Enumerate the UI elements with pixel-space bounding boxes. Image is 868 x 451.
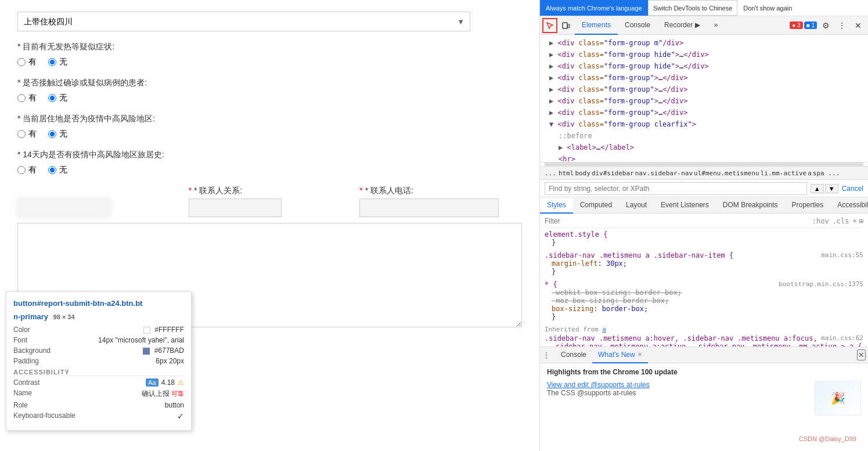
q4-radio-group: 有 无 — [17, 165, 522, 175]
filter-input[interactable] — [545, 217, 812, 225]
html-line-10[interactable]: ▶ <label>…</label> — [540, 142, 868, 153]
tab-properties[interactable]: Properties — [785, 197, 831, 214]
console-content-row: View and edit @supports at-rules The CSS… — [547, 381, 861, 416]
breadcrumb-ul[interactable]: ul#menu.metismenu — [694, 169, 759, 177]
q2-radio-you[interactable]: 有 — [17, 93, 37, 103]
q3-radio-wu[interactable]: 无 — [48, 129, 67, 139]
style-body-element: } — [545, 239, 863, 247]
dont-show-button[interactable]: Don't show again — [743, 5, 792, 12]
view-supports-link[interactable]: View and edit @supports at-rules — [547, 381, 650, 389]
switch-devtools-button[interactable]: Switch DevTools to Chinese — [648, 0, 737, 16]
device-toolbar-button[interactable] — [559, 18, 574, 33]
breadcrumb-a[interactable]: a — [808, 169, 812, 177]
q4-radio-wu[interactable]: 无 — [48, 165, 67, 175]
close-devtools-button[interactable]: ✕ — [851, 18, 866, 33]
breadcrumb-sidebar[interactable]: div#sidebar — [592, 169, 634, 177]
whats-new-close[interactable]: ✕ — [638, 351, 642, 358]
html-line-3[interactable]: ▶ <div class="form-group hide">…</div> — [540, 60, 868, 72]
tab-computed[interactable]: Computed — [573, 197, 619, 214]
q3-radio-you-input[interactable] — [17, 130, 26, 138]
contact-name-input[interactable] — [17, 199, 110, 217]
tab-dom-breakpoints[interactable]: DOM Breakpoints — [716, 197, 785, 214]
name-label: Name — [13, 389, 32, 399]
svg-rect-0 — [563, 23, 567, 28]
breadcrumb-span[interactable]: spa ... — [813, 169, 840, 177]
contact-rel-label: * * 联系人关系: — [189, 186, 351, 196]
bg-value: #677BAD — [143, 347, 184, 355]
cls-button[interactable]: .cls — [833, 217, 849, 225]
breadcrumb-body[interactable]: body — [575, 169, 590, 177]
find-prev-button[interactable]: ▲ — [811, 184, 824, 193]
q1-label: * 目前有无发热等疑似症状: — [17, 42, 522, 52]
html-line-5[interactable]: ▶ <div class="form-group">…</div> — [540, 84, 868, 95]
q4-radio-you-input[interactable] — [17, 166, 26, 174]
padding-value: 6px 20px — [156, 357, 184, 365]
tooltip-padding-row: Padding 6px 20px — [13, 357, 184, 365]
q3-row: * 当前居住地是否为疫情中高风险地区: 有 无 — [17, 114, 522, 139]
html-line-2[interactable]: ▶ <div class="form-group hide">…</div> — [540, 49, 868, 60]
tooltip-title: button#report-submit-btn-a24.btn.bt — [13, 299, 184, 308]
inherited-link[interactable]: a — [602, 326, 606, 333]
select-wrapper[interactable]: 上带住校四川 ▼ — [17, 12, 470, 31]
box-icon[interactable]: ⊞ — [859, 217, 863, 225]
q4-radio-you[interactable]: 有 — [17, 165, 37, 175]
element-picker-button[interactable] — [542, 18, 557, 33]
q1-radio-you[interactable]: 有 — [17, 57, 37, 67]
q4-radio-you-label: 有 — [28, 165, 37, 175]
find-input[interactable] — [545, 182, 807, 195]
contrast-label: Contrast — [13, 378, 39, 387]
tab-recorder[interactable]: Recorder ▶ — [657, 16, 707, 35]
console-panel-close[interactable]: ✕ — [857, 349, 866, 360]
html-line-6[interactable]: ▶ <div class="form-group">…</div> — [540, 95, 868, 107]
tab-styles[interactable]: Styles — [540, 197, 573, 214]
html-line-8[interactable]: ▼ <div class="form-group clearfix"> — [540, 118, 868, 130]
add-style-button[interactable]: + — [853, 217, 857, 225]
location-select[interactable]: 上带住校四川 — [17, 12, 470, 31]
hov-button[interactable]: :hov — [812, 217, 829, 225]
tab-accessibility[interactable]: Accessibility — [830, 197, 868, 214]
contact-tel-field: * * 联系人电话: — [359, 186, 522, 217]
q2-radio-wu-input[interactable] — [48, 94, 56, 102]
keyboard-check: ✓ — [177, 412, 184, 421]
padding-label: Padding — [13, 357, 39, 365]
more-options-button[interactable]: ⋮ — [834, 18, 849, 33]
q1-radio-wu-input[interactable] — [48, 58, 56, 66]
tab-event-listeners[interactable]: Event Listeners — [654, 197, 716, 214]
style-body-universal: -webkit-box-sizing: border-box; -moz-box… — [545, 288, 863, 321]
contact-tel-input[interactable] — [359, 199, 499, 217]
tab-more[interactable]: » — [707, 16, 725, 35]
html-line-11[interactable]: <hr> — [540, 153, 868, 163]
tooltip-name-row: Name 确认上报 可靠 — [13, 389, 184, 399]
q4-radio-wu-input[interactable] — [48, 166, 56, 174]
breadcrumb-li[interactable]: li.mm-active — [761, 169, 806, 177]
breadcrumb-nav[interactable]: nav.sidebar-nav — [635, 169, 693, 177]
html-line-9[interactable]: ::before — [540, 130, 868, 142]
breadcrumb-dots[interactable]: ... — [545, 169, 556, 177]
tooltip-keyboard-row: Keyboard-focusable ✓ — [13, 412, 184, 421]
tab-console-bottom[interactable]: Console — [555, 347, 592, 363]
tab-console[interactable]: Console — [618, 16, 657, 35]
contact-rel-input[interactable] — [189, 199, 282, 217]
q2-radio-wu[interactable]: 无 — [48, 93, 67, 103]
settings-button[interactable]: ⚙ — [818, 18, 833, 33]
match-lang-button[interactable]: Always match Chrome's language — [540, 0, 648, 16]
q2-radio-you-input[interactable] — [17, 94, 26, 102]
q3-radio-wu-input[interactable] — [48, 130, 56, 138]
q1-radio-you-input[interactable] — [17, 58, 26, 66]
q2-radio-you-label: 有 — [28, 93, 37, 103]
breadcrumb-html[interactable]: html — [559, 169, 574, 177]
right-icons: ● 3 ■ 1 ⚙ ⋮ ✕ — [790, 18, 866, 33]
style-selector-hover: .sidebar-nav .metismenu a:hover, .sideba… — [545, 334, 863, 342]
devtools-toolbar: Elements Console Recorder ▶ » ● 3 ■ 1 ⚙ … — [540, 16, 868, 35]
q1-radio-wu[interactable]: 无 — [48, 57, 67, 67]
q3-radio-you[interactable]: 有 — [17, 129, 37, 139]
tab-layout[interactable]: Layout — [619, 197, 654, 214]
tab-whats-new[interactable]: What's New ✕ — [592, 347, 648, 363]
html-line-4[interactable]: ▶ <div class="form-group">…</div> — [540, 72, 868, 84]
html-line-7[interactable]: ▶ <div class="form-group">…</div> — [540, 107, 868, 118]
console-dots[interactable]: ⋮ — [542, 351, 550, 360]
find-cancel-button[interactable]: Cancel — [842, 185, 863, 193]
tab-elements[interactable]: Elements — [575, 16, 618, 35]
html-line-1[interactable]: ▶ <div class="form-group m"/div> — [540, 37, 868, 49]
find-next-button[interactable]: ▼ — [825, 184, 838, 193]
